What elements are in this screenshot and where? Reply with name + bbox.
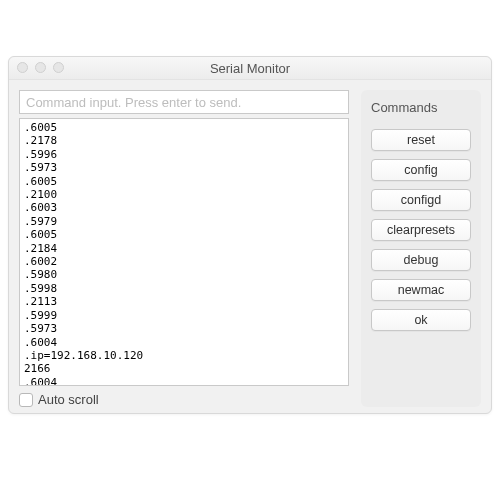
serial-monitor-window: Serial Monitor .6005 .2178 .5996 .5973 .… bbox=[8, 56, 492, 414]
reset-button[interactable]: reset bbox=[371, 129, 471, 151]
serial-output[interactable]: .6005 .2178 .5996 .5973 .6005 .2100 .600… bbox=[19, 118, 349, 386]
autoscroll-checkbox[interactable] bbox=[19, 393, 33, 407]
window-controls bbox=[17, 62, 64, 73]
window-title: Serial Monitor bbox=[210, 61, 290, 76]
close-icon[interactable] bbox=[17, 62, 28, 73]
clearpresets-button[interactable]: clearpresets bbox=[371, 219, 471, 241]
titlebar: Serial Monitor bbox=[9, 57, 491, 80]
ok-button[interactable]: ok bbox=[371, 309, 471, 331]
autoscroll-label: Auto scroll bbox=[38, 392, 99, 407]
commands-panel: Commands reset config configd clearprese… bbox=[361, 90, 481, 407]
configd-button[interactable]: configd bbox=[371, 189, 471, 211]
content-area: .6005 .2178 .5996 .5973 .6005 .2100 .600… bbox=[9, 80, 491, 413]
config-button[interactable]: config bbox=[371, 159, 471, 181]
debug-button[interactable]: debug bbox=[371, 249, 471, 271]
commands-panel-title: Commands bbox=[371, 100, 471, 115]
command-input[interactable] bbox=[19, 90, 349, 114]
left-panel: .6005 .2178 .5996 .5973 .6005 .2100 .600… bbox=[19, 90, 349, 407]
minimize-icon[interactable] bbox=[35, 62, 46, 73]
zoom-icon[interactable] bbox=[53, 62, 64, 73]
newmac-button[interactable]: newmac bbox=[371, 279, 471, 301]
autoscroll-row: Auto scroll bbox=[19, 386, 349, 407]
